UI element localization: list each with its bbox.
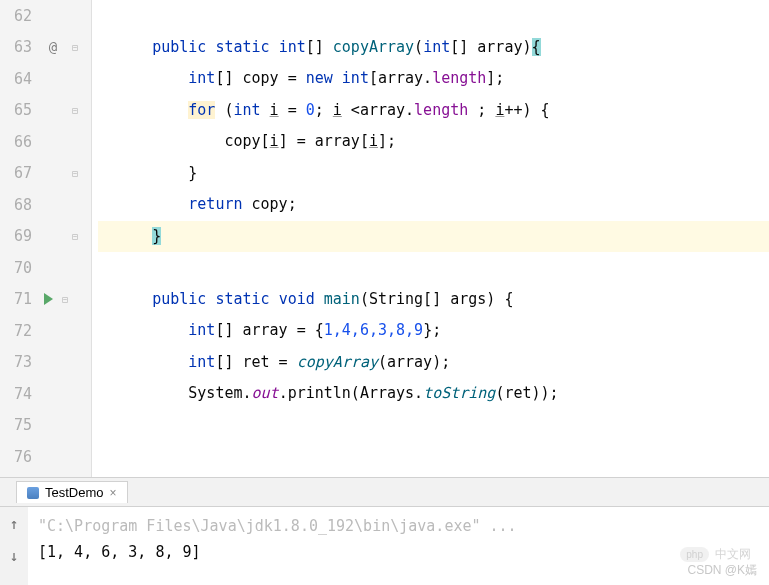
line-number: 62 <box>0 7 38 25</box>
line-number: 69 <box>0 227 38 245</box>
line-number: 71 <box>0 290 38 308</box>
output-line: [1, 4, 6, 3, 8, 9] <box>38 539 759 565</box>
code-line: int[] array = {1,4,6,3,8,9}; <box>98 315 769 347</box>
down-arrow-icon[interactable]: ↓ <box>9 547 18 565</box>
app-icon <box>27 487 39 499</box>
code-line: for (int i = 0; i <array.length ; i++) { <box>98 95 769 127</box>
line-number: 68 <box>0 196 38 214</box>
line-number: 74 <box>0 385 38 403</box>
fold-icon[interactable]: ⊟ <box>68 105 82 116</box>
up-arrow-icon[interactable]: ↑ <box>9 515 18 533</box>
line-number: 75 <box>0 416 38 434</box>
code-text-area[interactable]: public static int[] copyArray(int[] arra… <box>92 0 769 477</box>
line-number: 64 <box>0 70 38 88</box>
line-number: 66 <box>0 133 38 151</box>
console-output[interactable]: "C:\Program Files\Java\jdk1.8.0_192\bin\… <box>28 507 769 585</box>
override-annotation[interactable]: @ <box>38 39 68 55</box>
fold-icon[interactable]: ⊟ <box>68 42 82 53</box>
code-line: public static int[] copyArray(int[] arra… <box>98 32 769 64</box>
run-console-panel: TestDemo × ↑ ↓ "C:\Program Files\Java\jd… <box>0 477 769 585</box>
line-number: 67 <box>0 164 38 182</box>
command-line: "C:\Program Files\Java\jdk1.8.0_192\bin\… <box>38 513 759 539</box>
code-line: int[] copy = new int[array.length]; <box>98 63 769 95</box>
watermark: php 中文网 <box>680 546 751 563</box>
console-toolbar: ↑ ↓ <box>0 507 28 585</box>
line-number: 65 <box>0 101 38 119</box>
code-line <box>98 441 769 473</box>
fold-icon[interactable]: ⊟ <box>68 168 82 179</box>
line-number: 73 <box>0 353 38 371</box>
run-gutter-icon[interactable] <box>38 293 58 305</box>
code-line: } <box>98 221 769 253</box>
code-line: } <box>98 158 769 190</box>
code-line <box>98 410 769 442</box>
csdn-watermark: CSDN @K嫣 <box>687 562 757 579</box>
code-line: return copy; <box>98 189 769 221</box>
gutter: 62 63@⊟ 64 65⊟ 66 67⊟ 68 69⊟ 70 71⊟ 72 7… <box>0 0 92 477</box>
line-number: 63 <box>0 38 38 56</box>
fold-icon[interactable]: ⊟ <box>68 231 82 242</box>
code-line: copy[i] = array[i]; <box>98 126 769 158</box>
fold-icon[interactable]: ⊟ <box>58 294 72 305</box>
code-line: System.out.println(Arrays.toString(ret))… <box>98 378 769 410</box>
code-editor[interactable]: 62 63@⊟ 64 65⊟ 66 67⊟ 68 69⊟ 70 71⊟ 72 7… <box>0 0 769 477</box>
code-line: public static void main(String[] args) { <box>98 284 769 316</box>
tab-label: TestDemo <box>45 485 104 500</box>
console-tab-bar: TestDemo × <box>0 478 769 507</box>
code-line <box>98 0 769 32</box>
code-line: int[] ret = copyArray(array); <box>98 347 769 379</box>
line-number: 72 <box>0 322 38 340</box>
run-tab[interactable]: TestDemo × <box>16 481 128 503</box>
line-number: 70 <box>0 259 38 277</box>
close-icon[interactable]: × <box>110 486 117 500</box>
code-line <box>98 252 769 284</box>
line-number: 76 <box>0 448 38 466</box>
